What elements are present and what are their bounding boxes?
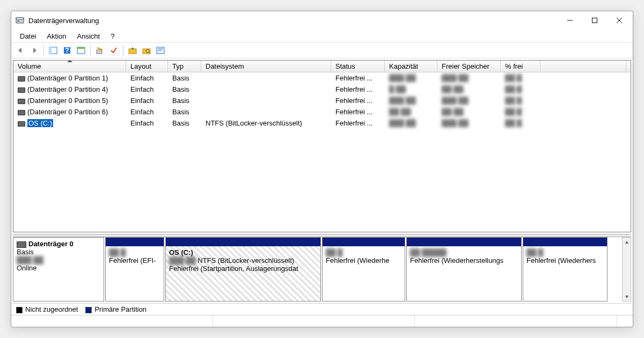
- disk-info[interactable]: Datenträger 0 Basis ███ ██ Online: [13, 237, 104, 302]
- partition-size: ██ █████: [410, 248, 447, 256]
- disk-icon: [17, 241, 26, 248]
- partition-title: OS (C:): [169, 248, 193, 256]
- partition-block[interactable]: ██ █████Fehlerfrei (Wiederherstellungs: [406, 237, 522, 302]
- col-free[interactable]: Freier Speicher: [437, 61, 501, 72]
- menu-action[interactable]: Aktion: [41, 31, 71, 42]
- svg-rect-8: [49, 47, 52, 54]
- toolbar-separator: [123, 45, 123, 56]
- svg-rect-2: [17, 20, 19, 22]
- folder-search-button[interactable]: [141, 45, 152, 56]
- graphical-scrollbar[interactable]: [622, 237, 631, 302]
- svg-text:?: ?: [65, 46, 69, 54]
- table-row[interactable]: OS (C:)EinfachBasisNTFS (BitLocker-versc…: [13, 117, 631, 129]
- svg-rect-12: [77, 47, 85, 49]
- table-row[interactable]: (Datenträger 0 Partition 5)EinfachBasisF…: [13, 95, 631, 106]
- col-pctfree[interactable]: % frei: [501, 61, 540, 72]
- menubar: Datei Aktion Ansicht ?: [11, 30, 633, 42]
- close-button[interactable]: [607, 12, 632, 28]
- menu-help[interactable]: ?: [105, 31, 120, 42]
- toolbar-separator: [90, 45, 91, 56]
- partition-stripe: [407, 238, 521, 246]
- partition-stripe: [323, 238, 405, 246]
- partition-size: ███ ██: [169, 256, 196, 264]
- titlebar[interactable]: Datenträgerverwaltung: [11, 11, 633, 30]
- volume-icon: [18, 99, 25, 104]
- volume-icon: [18, 121, 25, 127]
- partition-block[interactable]: ██ █Fehlerfrei (Wiederhe: [322, 237, 405, 302]
- volume-icon: [18, 110, 25, 115]
- check-button[interactable]: [108, 45, 120, 56]
- legend-unallocated: Nicht zugeordnet: [16, 305, 78, 313]
- toolbar: ?: [11, 42, 633, 58]
- help-button[interactable]: ?: [61, 45, 73, 56]
- disk-management-window: Datenträgerverwaltung Datei Aktion Ansic…: [11, 11, 633, 327]
- statusbar-cell: [213, 315, 415, 327]
- partition-size: ██ █: [109, 248, 126, 256]
- col-status[interactable]: Status: [331, 61, 385, 72]
- legend-primary: Primäre Partition: [85, 305, 147, 313]
- partition-stripe: [106, 238, 164, 246]
- partition-status: Fehlerfrei (Wiederherstellungs: [410, 256, 503, 264]
- refresh-list-button[interactable]: [75, 45, 87, 56]
- show-hide-console-tree-button[interactable]: [47, 45, 59, 56]
- disk-type: Basis: [17, 248, 100, 256]
- window-title: Datenträgerverwaltung: [28, 17, 558, 25]
- svg-rect-1: [16, 18, 24, 19]
- partition-status: Fehlerfrei (Wiederhers: [526, 256, 596, 264]
- disk-size: ███ ██: [17, 256, 100, 264]
- col-volume[interactable]: Volume: [13, 61, 126, 72]
- back-button[interactable]: [14, 45, 26, 56]
- table-row[interactable]: (Datenträger 0 Partition 1)EinfachBasisF…: [13, 72, 631, 84]
- app-icon: [16, 16, 24, 25]
- minimize-button[interactable]: [558, 12, 582, 28]
- partition-status: Fehlerfrei (Wiederhe: [326, 256, 390, 264]
- volume-icon: [18, 87, 25, 93]
- statusbar-cell: [11, 315, 213, 327]
- col-capacity[interactable]: Kapazität: [385, 61, 437, 72]
- partition-size: ██ █: [526, 248, 543, 256]
- partition-block[interactable]: ██ █Fehlerfrei (Wiederhers: [523, 237, 608, 302]
- menu-view[interactable]: Ansicht: [72, 31, 106, 42]
- menu-file[interactable]: Datei: [14, 31, 41, 42]
- svg-rect-13: [97, 50, 102, 54]
- col-filesystem[interactable]: Dateisystem: [201, 61, 331, 72]
- partition-stripe: [523, 238, 607, 246]
- toolbar-separator: [43, 45, 44, 56]
- partition-status: Fehlerfrei (Startpartition, Auslagerungs…: [169, 264, 298, 273]
- volume-icon: [18, 76, 25, 82]
- legend: Nicht zugeordnet Primäre Partition: [13, 303, 631, 315]
- statusbar: [11, 315, 633, 327]
- table-row[interactable]: (Datenträger 0 Partition 4)EinfachBasisF…: [13, 84, 631, 95]
- maximize-button[interactable]: [582, 12, 607, 28]
- volume-list-panel: Volume Layout Typ Dateisystem Status Kap…: [13, 60, 631, 232]
- disk-label: Datenträger 0: [28, 240, 74, 248]
- action-wizard-button[interactable]: [94, 45, 106, 56]
- partition-status: Fehlerfrei (EFI-: [109, 256, 156, 264]
- svg-rect-14: [129, 49, 136, 54]
- disk-state: Online: [17, 264, 100, 272]
- svg-rect-4: [592, 18, 597, 23]
- scroll-down-icon[interactable]: [623, 292, 631, 301]
- partition-stripe: [166, 238, 320, 246]
- statusbar-cell: [617, 315, 633, 327]
- volume-list-body[interactable]: (Datenträger 0 Partition 1)EinfachBasisF…: [13, 72, 631, 232]
- scroll-up-icon[interactable]: [623, 238, 631, 247]
- swatch-primary-icon: [85, 307, 92, 313]
- partition-size: ██ █: [326, 248, 342, 256]
- col-type[interactable]: Typ: [168, 61, 201, 72]
- forward-button[interactable]: [28, 45, 40, 56]
- statusbar-cell: [415, 315, 617, 327]
- swatch-unallocated-icon: [16, 307, 23, 313]
- volume-list-header: Volume Layout Typ Dateisystem Status Kap…: [13, 61, 631, 72]
- table-row[interactable]: (Datenträger 0 Partition 6)EinfachBasisF…: [13, 106, 631, 117]
- partition-block[interactable]: OS (C:)███ ██ NTFS (BitLocker-verschlüss…: [165, 237, 321, 302]
- partition-block[interactable]: ██ █Fehlerfrei (EFI-: [105, 237, 164, 302]
- folder-up-button[interactable]: [127, 45, 138, 56]
- disk-row: Datenträger 0 Basis ███ ██ Online ██ █Fe…: [13, 237, 631, 302]
- col-tail[interactable]: [540, 61, 626, 72]
- properties-button[interactable]: [155, 45, 166, 56]
- graphical-view-panel: Datenträger 0 Basis ███ ██ Online ██ █Fe…: [13, 237, 631, 302]
- col-layout[interactable]: Layout: [126, 61, 168, 72]
